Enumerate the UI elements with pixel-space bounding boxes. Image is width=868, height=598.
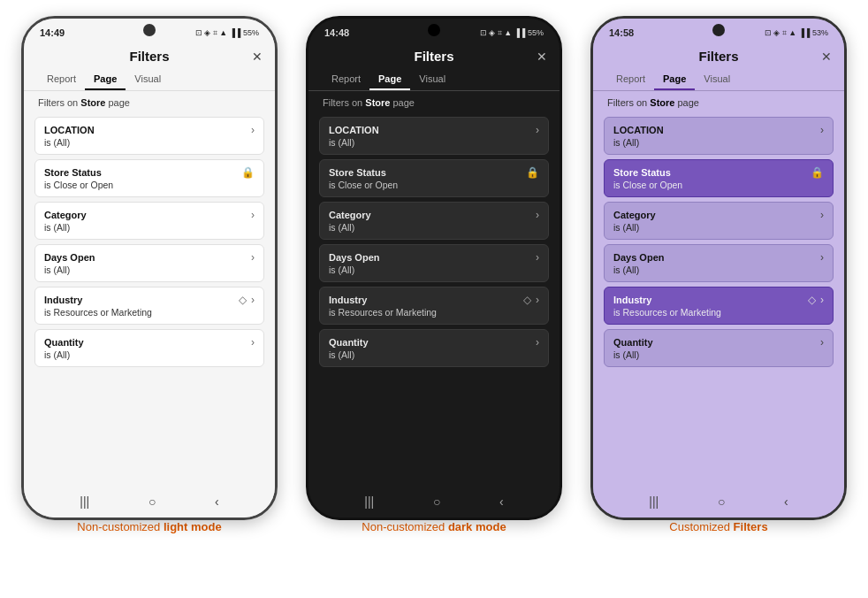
filter-card-4[interactable]: Industry◇›is Resources or Marketing — [604, 287, 834, 325]
phone-purple: 14:58⊡ ◈ ⌗ ▲ ▐▐ 53%Filters✕ReportPageVis… — [590, 16, 847, 533]
diamond-icon: ◇ — [808, 294, 816, 306]
filter-card-icons: › — [251, 209, 255, 221]
diamond-icon: ◇ — [523, 294, 531, 306]
phone-nav: |||○‹ — [308, 486, 560, 518]
nav-menu-icon[interactable]: ||| — [364, 494, 374, 509]
filter-name: Store Status — [44, 167, 102, 178]
filter-name: LOCATION — [329, 125, 379, 135]
filter-card-row: Quantity› — [329, 336, 539, 349]
filter-card-icons: › — [820, 336, 824, 349]
filter-title: Filters — [698, 49, 738, 64]
filter-value: is Close or Open — [44, 180, 255, 190]
tab-visual[interactable]: Visual — [410, 69, 454, 90]
filter-name: Category — [44, 210, 87, 220]
status-icons: ⊡ ◈ ⌗ ▲ ▐▐ 55% — [480, 28, 544, 38]
filter-card-5[interactable]: Quantity›is (All) — [319, 329, 549, 367]
tab-visual[interactable]: Visual — [695, 69, 739, 90]
chevron-icon: › — [820, 294, 824, 306]
phone-shell-light: 14:49⊡ ◈ ⌗ ▲ ▐▐ 55%Filters✕ReportPageVis… — [21, 16, 278, 520]
filter-name: Days Open — [329, 252, 379, 263]
filter-value: is (All) — [329, 137, 539, 148]
filter-card-0[interactable]: LOCATION›is (All) — [604, 117, 834, 155]
filter-card-4[interactable]: Industry◇›is Resources or Marketing — [34, 287, 264, 325]
page-label: Filters on Store page — [593, 91, 844, 111]
filter-card-0[interactable]: LOCATION›is (All) — [34, 117, 264, 155]
filter-value: is Resources or Marketing — [329, 307, 539, 318]
filter-card-row: Category› — [44, 209, 255, 221]
filter-value: is (All) — [613, 222, 824, 233]
filter-header: Filters✕ — [24, 43, 275, 69]
filter-card-icons: › — [820, 124, 824, 136]
nav-back-icon[interactable]: ‹ — [499, 494, 504, 509]
filter-card-row: Days Open› — [44, 251, 255, 264]
close-button[interactable]: ✕ — [537, 50, 547, 64]
filter-card-icons: 🔒 — [526, 166, 539, 179]
filter-card-row: Quantity› — [44, 336, 255, 349]
filter-card-icons: › — [251, 336, 255, 349]
filter-card-icons: ◇› — [523, 294, 539, 306]
filter-card-2[interactable]: Category›is (All) — [604, 202, 834, 240]
diamond-icon: ◇ — [239, 294, 247, 306]
filter-card-1[interactable]: Store Status🔒is Close or Open — [604, 159, 834, 197]
tab-page[interactable]: Page — [369, 69, 410, 90]
filter-value: is (All) — [329, 264, 539, 275]
filter-name: LOCATION — [44, 125, 95, 135]
filter-card-1[interactable]: Store Status🔒is Close or Open — [319, 159, 549, 197]
filter-value: is (All) — [613, 349, 824, 360]
tab-report[interactable]: Report — [607, 69, 654, 90]
filter-card-3[interactable]: Days Open›is (All) — [34, 244, 264, 282]
status-icons: ⊡ ◈ ⌗ ▲ ▐▐ 55% — [195, 28, 259, 38]
nav-home-icon[interactable]: ○ — [148, 494, 156, 509]
tab-page[interactable]: Page — [85, 69, 126, 90]
filter-card-4[interactable]: Industry◇›is Resources or Marketing — [319, 287, 549, 325]
chevron-icon: › — [820, 209, 824, 221]
nav-menu-icon[interactable]: ||| — [80, 494, 89, 509]
filter-list: LOCATION›is (All)Store Status🔒is Close o… — [24, 111, 275, 486]
filter-name: Industry — [44, 295, 82, 305]
filter-card-row: Days Open› — [613, 251, 824, 264]
filter-card-icons: ◇› — [808, 294, 824, 306]
close-button[interactable]: ✕ — [252, 50, 263, 64]
filter-card-1[interactable]: Store Status🔒is Close or Open — [34, 159, 264, 197]
filter-card-2[interactable]: Category›is (All) — [34, 202, 264, 240]
filter-name: Quantity — [329, 337, 369, 348]
chevron-icon: › — [251, 209, 255, 221]
tab-page[interactable]: Page — [654, 69, 695, 90]
filter-card-icons: 🔒 — [811, 166, 824, 179]
filter-card-row: Store Status🔒 — [613, 166, 824, 179]
filter-card-row: LOCATION› — [329, 124, 539, 136]
nav-menu-icon[interactable]: ||| — [649, 494, 659, 509]
filter-card-3[interactable]: Days Open›is (All) — [319, 244, 549, 282]
status-time: 14:49 — [40, 27, 65, 38]
filter-card-3[interactable]: Days Open›is (All) — [604, 244, 834, 282]
filter-card-5[interactable]: Quantity›is (All) — [604, 329, 834, 367]
chevron-icon: › — [820, 124, 824, 136]
caption-purple: Customized Filters — [590, 520, 847, 533]
filter-card-icons: › — [536, 124, 539, 136]
phone-content: Filters✕ReportPageVisualFilters on Store… — [308, 43, 560, 486]
filter-card-5[interactable]: Quantity›is (All) — [34, 329, 264, 367]
filter-value: is (All) — [329, 349, 539, 360]
filter-value: is (All) — [329, 222, 539, 233]
filter-card-2[interactable]: Category›is (All) — [319, 202, 549, 240]
nav-back-icon[interactable]: ‹ — [784, 494, 788, 509]
nav-back-icon[interactable]: ‹ — [215, 494, 219, 509]
tab-report[interactable]: Report — [323, 69, 369, 90]
close-button[interactable]: ✕ — [821, 50, 832, 64]
filter-name: Quantity — [44, 337, 84, 348]
caption-light: Non-customized light mode — [21, 520, 278, 533]
filter-card-row: Store Status🔒 — [329, 166, 539, 179]
tab-report[interactable]: Report — [38, 69, 85, 90]
filter-name: LOCATION — [613, 125, 664, 135]
chevron-icon: › — [536, 209, 539, 221]
nav-home-icon[interactable]: ○ — [433, 494, 440, 509]
tab-visual[interactable]: Visual — [126, 69, 170, 90]
filter-card-0[interactable]: LOCATION›is (All) — [319, 117, 549, 155]
filter-name: Store Status — [613, 167, 671, 178]
nav-home-icon[interactable]: ○ — [718, 494, 725, 509]
caption-dark: Non-customized dark mode — [306, 520, 562, 533]
filter-card-icons: 🔒 — [241, 166, 255, 179]
filter-card-row: Days Open› — [329, 251, 539, 264]
phone-nav: |||○‹ — [24, 486, 275, 518]
filter-value: is (All) — [44, 349, 255, 360]
